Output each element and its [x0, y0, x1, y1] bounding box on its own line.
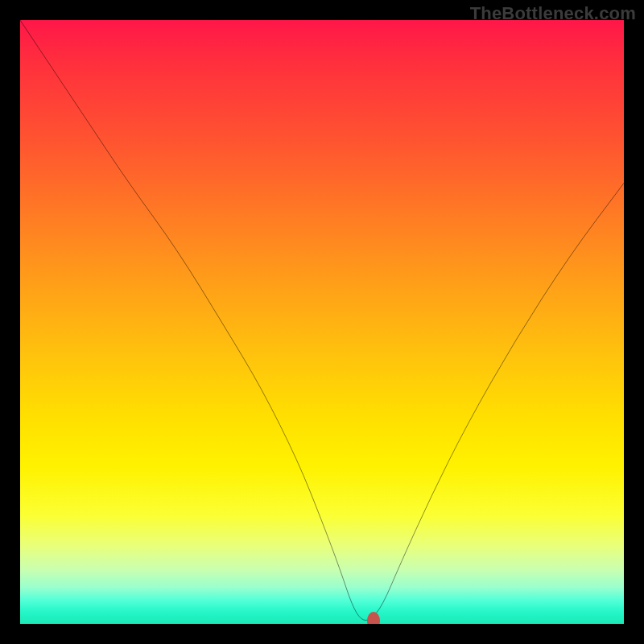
bottleneck-curve [20, 20, 624, 624]
optimal-point-marker [367, 612, 380, 624]
chart-frame: TheBottleneck.com [0, 0, 644, 644]
plot-area [20, 20, 624, 624]
curve-path [20, 20, 624, 621]
